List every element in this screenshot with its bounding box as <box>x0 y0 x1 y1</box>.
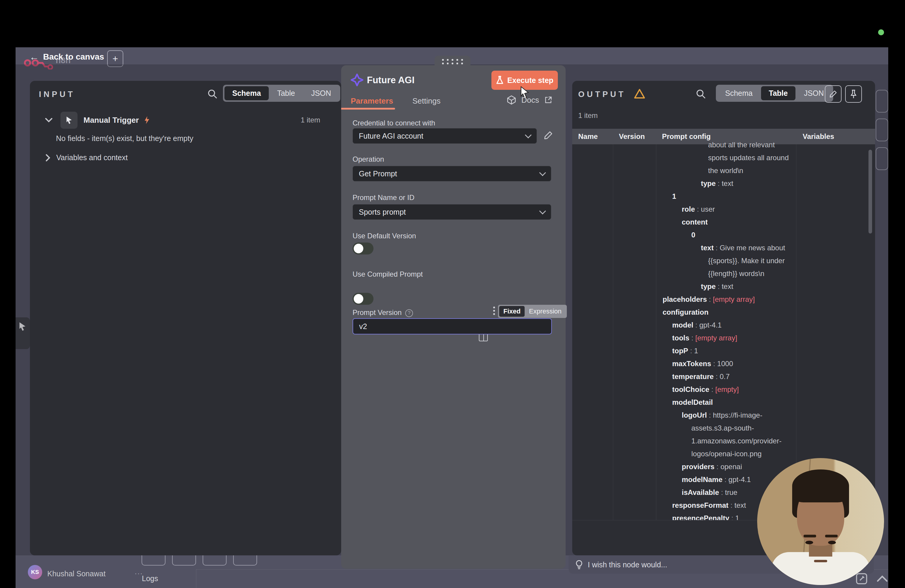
json-tree-line: logoUrl : https://fi-image- <box>660 408 796 421</box>
json-value: sports updates all around <box>708 154 789 162</box>
warning-triangle-icon <box>634 89 645 99</box>
docs-link[interactable]: Docs <box>507 95 552 105</box>
credential-edit-icon[interactable] <box>543 130 553 140</box>
json-tree-line: tools : [empty array] <box>660 331 796 344</box>
tab-parameters[interactable]: Parameters <box>351 96 393 106</box>
json-value: 0.7 <box>720 372 730 380</box>
json-value: about all the relevant <box>708 141 775 149</box>
operation-select[interactable]: Get Prompt <box>352 166 551 181</box>
chevron-down-icon <box>45 118 53 123</box>
pencil-icon <box>829 90 837 98</box>
flask-icon <box>496 76 504 85</box>
input-tab-table[interactable]: Table <box>269 86 303 100</box>
input-tab-json[interactable]: JSON <box>303 86 339 100</box>
json-tree-line: maxTokens : 1000 <box>660 357 796 370</box>
help-icon[interactable]: ? <box>405 309 413 317</box>
json-tree-line: {{length}} words\n <box>660 267 796 280</box>
variables-and-context-row[interactable]: Variables and context <box>46 153 128 162</box>
back-to-canvas-button[interactable]: ← Back to canvas <box>29 51 104 63</box>
chevron-down-icon <box>525 132 532 138</box>
trigger-node-row[interactable]: Manual Trigger 1 item <box>45 111 332 129</box>
logs-label[interactable]: Logs <box>142 574 158 583</box>
json-value: {{length}} words\n <box>708 269 764 278</box>
json-value: [empty array] <box>695 334 737 342</box>
back-arrow-icon: ← <box>29 52 39 62</box>
chevron-down-icon <box>539 170 546 176</box>
json-tree-line: placeholders : [empty array] <box>660 293 796 306</box>
json-colon: : <box>729 501 734 509</box>
json-colon: : <box>714 244 720 252</box>
kebab-menu-icon[interactable] <box>493 307 495 316</box>
output-view-switcher: Schema Table JSON <box>716 85 833 102</box>
json-tree-line: toolChoice : [empty] <box>660 383 796 396</box>
json-tree-line: topP : 1 <box>660 344 796 357</box>
input-item-count: 1 item <box>301 116 332 124</box>
bottom-right-controls <box>855 572 888 585</box>
json-value: 1 <box>735 514 739 520</box>
mode-fixed[interactable]: Fixed <box>499 306 525 317</box>
json-colon: : <box>707 411 713 419</box>
drag-dots-icon <box>442 59 463 64</box>
json-colon: : <box>707 295 713 303</box>
json-tree-line: modelDetail <box>660 396 796 408</box>
json-tree-line: sports updates all around <box>660 151 796 164</box>
output-tab-schema[interactable]: Schema <box>718 86 761 100</box>
chevron-right-icon <box>46 154 50 162</box>
chevron-down-icon <box>539 208 546 215</box>
json-tree-line: type : text <box>660 177 796 190</box>
json-value: text <box>734 501 746 509</box>
prompt-config-cell[interactable]: about all the relevantsports updates all… <box>660 138 796 520</box>
json-colon: : <box>689 334 695 342</box>
edit-square-icon[interactable] <box>855 572 868 585</box>
input-panel: INPUT Schema Table JSON Manual Trigger 1… <box>30 81 341 555</box>
prompt-version-input[interactable]: v2 <box>352 318 552 334</box>
col-name: Name <box>578 132 598 141</box>
json-key: 1 <box>672 192 676 200</box>
use-default-version-toggle[interactable] <box>352 243 373 254</box>
input-tab-schema[interactable]: Schema <box>224 86 269 100</box>
prompt-version-label: Prompt Version? <box>352 308 413 317</box>
output-edit-button[interactable] <box>825 85 841 103</box>
json-key: isAvailable <box>682 488 719 496</box>
prompt-name-select[interactable]: Sports prompt <box>352 204 551 220</box>
json-tree-line: 1.amazonaws.com/provider- <box>660 434 796 447</box>
json-key: configuration <box>663 308 708 316</box>
person-eyebrow <box>803 535 816 537</box>
json-key: maxTokens <box>672 359 711 368</box>
json-value: gpt-4.1 <box>699 321 722 329</box>
person-eyebrow <box>825 535 838 537</box>
json-key: placeholders <box>663 295 707 303</box>
chevron-up-icon[interactable] <box>876 575 888 583</box>
input-panel-title: INPUT <box>39 90 75 99</box>
output-pin-button[interactable] <box>845 85 862 103</box>
output-tab-table[interactable]: Table <box>761 86 795 100</box>
use-compiled-prompt-label: Use Compiled Prompt <box>352 270 423 278</box>
manual-trigger-icon <box>60 112 78 129</box>
json-value: assets.s3.ap-south- <box>691 424 754 432</box>
cube-icon <box>507 95 516 105</box>
json-value: user <box>701 205 715 213</box>
json-value: text <box>722 180 733 188</box>
input-search-icon[interactable] <box>207 89 218 99</box>
json-key: presencePenalty <box>672 514 729 520</box>
tab-settings[interactable]: Settings <box>413 96 441 106</box>
json-value: {{sports}}. Make it under <box>708 257 785 265</box>
json-colon: : <box>722 475 729 483</box>
person-eye <box>805 541 813 544</box>
toggle-knob <box>354 294 363 304</box>
json-key: role <box>682 205 695 213</box>
person-hair <box>792 469 849 502</box>
credential-select[interactable]: Future AGI account <box>352 128 537 144</box>
output-scrollbar-thumb[interactable] <box>868 150 872 234</box>
output-search-icon[interactable] <box>695 89 706 99</box>
json-value: 1 <box>694 347 698 355</box>
prompt-name-label: Prompt Name or ID <box>352 194 414 202</box>
json-colon: : <box>711 359 717 368</box>
avatar[interactable]: KS <box>28 565 42 579</box>
mode-expression[interactable]: Expression <box>525 306 566 317</box>
json-key: responseFormat <box>672 501 729 509</box>
json-tree-line: temperature : 0.7 <box>660 370 796 383</box>
use-compiled-prompt-toggle[interactable] <box>352 293 373 305</box>
json-key: toolChoice <box>672 385 709 393</box>
col-variables: Variables <box>803 132 834 141</box>
